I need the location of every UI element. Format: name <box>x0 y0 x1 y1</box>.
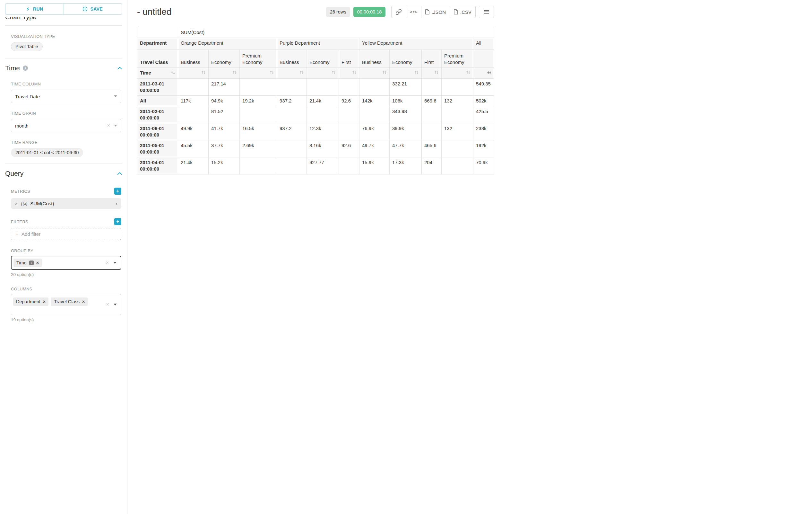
pivot-value-cell <box>422 79 442 96</box>
sort-icon-active[interactable] <box>487 70 491 76</box>
select-adornments: × <box>106 260 116 266</box>
clear-icon[interactable]: × <box>107 123 110 129</box>
info-icon[interactable]: i <box>23 65 28 71</box>
group-by-tag[interactable]: Time i × <box>13 259 42 267</box>
chart-header: - untitled 26 rows 00:00:00.18 </> .J <box>137 0 494 18</box>
add-filter-dropzone[interactable]: + Add filter <box>11 228 121 240</box>
pivot-value-cell: 927.77 <box>307 157 339 174</box>
pivot-value-cell: 92.6 <box>339 140 359 157</box>
pivot-department-corner: Department <box>137 38 178 50</box>
sort-icon[interactable] <box>201 70 206 76</box>
sort-icon[interactable] <box>232 70 237 76</box>
sort-icon[interactable] <box>269 70 274 76</box>
pivot-data-row: 2011-04-01 00:00:0021.4k15.2k927.7715.9k… <box>137 157 494 174</box>
pivot-class-header: First <box>339 50 359 68</box>
chevron-up-icon[interactable] <box>117 67 122 70</box>
add-metric-button[interactable]: + <box>114 188 121 195</box>
pivot-row-label: 2011-06-01 00:00:00 <box>137 124 178 140</box>
time-section-title: Time <box>5 64 20 72</box>
clear-all-icon[interactable]: × <box>106 302 109 307</box>
export-csv-button[interactable]: .CSV <box>450 6 476 18</box>
visualization-type-pill[interactable]: Pivot Table <box>11 42 43 51</box>
chart-type-heading-clipped: Chart Type <box>5 17 122 22</box>
sort-icon[interactable] <box>414 70 419 76</box>
file-icon <box>454 9 458 15</box>
pivot-row-label: 2011-05-01 00:00:00 <box>137 140 178 157</box>
time-column-select[interactable]: Travel Date <box>11 90 121 103</box>
chevron-up-icon[interactable] <box>117 172 122 175</box>
sort-column-header[interactable] <box>178 68 209 79</box>
pivot-class-header: Premium Economy <box>240 50 277 68</box>
time-grain-value: month <box>15 123 107 129</box>
pivot-value-cell <box>240 157 277 174</box>
pivot-value-cell: 19.2k <box>240 96 277 106</box>
columns-tag[interactable]: Travel Class × <box>51 297 88 306</box>
remove-metric-icon[interactable]: × <box>15 201 18 206</box>
caret-down-icon[interactable] <box>113 262 116 264</box>
sort-column-header[interactable] <box>473 68 494 79</box>
menu-button[interactable] <box>479 6 494 18</box>
sort-icon[interactable] <box>382 70 387 76</box>
sort-icon[interactable] <box>352 70 356 76</box>
export-json-button[interactable]: .JSON <box>421 6 450 18</box>
caret-down-icon[interactable] <box>114 304 117 305</box>
sort-icon[interactable] <box>331 70 336 76</box>
pivot-class-header: Economy <box>307 50 339 68</box>
sort-column-header[interactable] <box>307 68 339 79</box>
metric-item[interactable]: × ƒ(x) SUM(Cost) › <box>11 198 121 209</box>
time-column-label: TIME COLUMN <box>11 82 121 86</box>
clear-all-icon[interactable]: × <box>106 260 109 266</box>
remove-tag-icon[interactable]: × <box>43 299 46 304</box>
add-filter-button[interactable]: + <box>114 218 121 225</box>
expand-metric-icon[interactable]: › <box>116 200 117 207</box>
sort-column-header[interactable] <box>277 68 307 79</box>
columns-tag[interactable]: Department × <box>13 297 49 306</box>
pivot-metric-header: SUM(Cost) <box>178 27 494 38</box>
group-by-label: GROUP BY <box>11 248 121 253</box>
embed-code-button[interactable]: </> <box>406 6 422 18</box>
time-label: Time <box>140 70 151 76</box>
sort-icon[interactable] <box>466 70 470 76</box>
time-grain-select[interactable]: month × <box>11 119 121 132</box>
info-icon[interactable]: i <box>29 261 34 265</box>
pivot-class-header: Business <box>178 50 209 68</box>
divider <box>5 58 122 58</box>
group-by-select[interactable]: Time i × × <box>11 256 121 270</box>
pivot-value-cell: 12.3k <box>307 124 339 140</box>
pivot-department-header: Yellow Department <box>359 38 473 50</box>
sort-column-header[interactable] <box>442 68 473 79</box>
pivot-value-cell: 2.69k <box>240 140 277 157</box>
pivot-value-cell: 549.35 <box>473 79 494 96</box>
pivot-value-cell: 47.7k <box>389 140 422 157</box>
sort-column-header[interactable] <box>389 68 422 79</box>
columns-select[interactable]: Department × Travel Class × × <box>11 294 121 315</box>
pivot-value-cell <box>277 157 307 174</box>
pivot-value-cell <box>339 79 359 96</box>
save-button[interactable]: SAVE <box>63 3 122 15</box>
sort-column-header[interactable] <box>240 68 277 79</box>
sort-column-header[interactable] <box>359 68 389 79</box>
time-range-pill[interactable]: 2011-01-01 ≤ col < 2011-06-30 <box>11 148 83 157</box>
sort-icon[interactable] <box>434 70 439 76</box>
run-button[interactable]: RUN <box>5 3 64 15</box>
remove-tag-icon[interactable]: × <box>82 299 85 304</box>
sort-column-header[interactable] <box>209 68 240 79</box>
copy-link-button[interactable] <box>391 6 406 18</box>
time-column-value: Travel Date <box>15 94 114 99</box>
pivot-row-label: 2011-02-01 00:00:00 <box>137 106 178 124</box>
sort-column-header[interactable] <box>422 68 442 79</box>
tag-label: Travel Class <box>54 299 80 304</box>
code-icon: </> <box>410 10 417 15</box>
file-icon <box>425 9 429 15</box>
sort-column-header[interactable] <box>339 68 359 79</box>
pivot-value-cell: 16.5k <box>240 124 277 140</box>
link-icon <box>396 9 402 15</box>
sort-icon[interactable] <box>299 70 304 76</box>
row-count-badge: 26 rows <box>326 7 350 17</box>
pivot-value-cell <box>307 106 339 124</box>
pivot-value-cell: 94.9k <box>209 96 240 106</box>
remove-tag-icon[interactable]: × <box>36 260 39 265</box>
pivot-value-cell: 669.6 <box>422 96 442 106</box>
sort-icon[interactable] <box>171 70 175 77</box>
lightning-icon <box>26 6 30 11</box>
